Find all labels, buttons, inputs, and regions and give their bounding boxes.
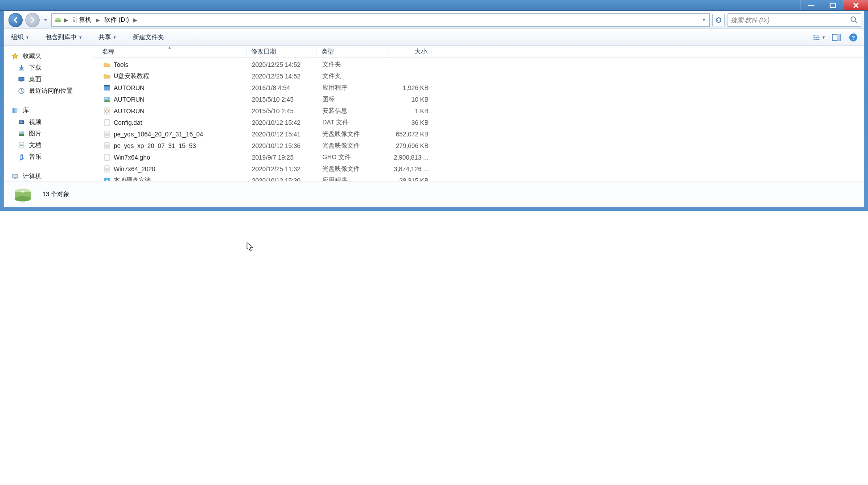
window-titlebar: — <box>0 0 868 11</box>
sidebar-item-downloads[interactable]: 下载 <box>4 62 93 74</box>
forward-arrow-icon <box>29 17 36 23</box>
svg-rect-14 <box>19 70 24 70</box>
status-bar: 13 个对象 <box>4 181 864 207</box>
file-row[interactable]: U盘安装教程2020/12/25 14:52文件夹 <box>94 70 863 82</box>
file-row[interactable]: pe_yqs_xp_20_07_31_15_532020/10/12 15:36… <box>94 140 863 152</box>
address-dropdown-button[interactable] <box>699 14 708 26</box>
column-label: 类型 <box>321 48 334 56</box>
refresh-icon <box>715 16 722 24</box>
file-row[interactable]: Win7x64_20202020/12/25 11:32光盘映像文件3,874,… <box>94 163 863 175</box>
drive-icon <box>53 16 62 25</box>
file-date: 2020/12/25 14:52 <box>247 61 318 68</box>
svg-rect-16 <box>21 81 22 82</box>
file-row[interactable]: Win7x64.gho2019/9/7 19:25GHO 文件2,900,813… <box>94 152 863 163</box>
column-header-size[interactable]: 大小 <box>387 46 432 58</box>
file-list-pane: ▲名称 修改日期 类型 大小 Tools2020/12/25 14:52文件夹U… <box>93 46 864 181</box>
sidebar-label: 桌面 <box>29 75 41 83</box>
file-rows: Tools2020/12/25 14:52文件夹U盘安装教程2020/12/25… <box>93 58 864 181</box>
crumb-separator-icon: ▶ <box>95 17 101 23</box>
file-row[interactable]: Config.dat2020/10/12 15:42DAT 文件36 KB <box>94 117 863 128</box>
column-header-name[interactable]: ▲名称 <box>93 46 247 58</box>
refresh-button[interactable] <box>712 14 725 26</box>
sort-ascending-icon: ▲ <box>168 46 172 49</box>
file-type-icon <box>103 84 111 92</box>
file-size: 652,072 KB <box>388 131 433 138</box>
file-name: pe_yqs_xp_20_07_31_15_53 <box>114 142 196 149</box>
computer-icon <box>11 173 19 181</box>
recent-icon <box>17 87 25 95</box>
sidebar-libraries-header[interactable]: 库 <box>4 105 93 116</box>
status-text: 13 个对象 <box>42 190 70 198</box>
search-box[interactable] <box>728 13 861 27</box>
close-icon <box>853 2 859 8</box>
file-date: 2020/12/25 11:32 <box>247 165 318 173</box>
svg-rect-5 <box>815 35 819 36</box>
sidebar-item-recent[interactable]: 最近访问的位置 <box>4 85 93 97</box>
file-type: 光盘映像文件 <box>318 142 388 150</box>
file-name: Win7x64_2020 <box>114 165 155 173</box>
file-name: U盘安装教程 <box>114 72 149 80</box>
close-button[interactable] <box>843 0 868 10</box>
file-type-icon <box>103 95 111 103</box>
forward-button[interactable] <box>25 13 40 27</box>
organize-button[interactable]: 组织 ▼ <box>8 32 32 43</box>
sidebar-item-music[interactable]: 音乐 <box>4 151 93 163</box>
column-header-type[interactable]: 类型 <box>317 46 387 58</box>
file-type-icon <box>103 142 111 150</box>
chevron-down-icon <box>44 18 47 22</box>
svg-rect-19 <box>14 108 16 113</box>
breadcrumb-drive-d[interactable]: 软件 (D:) <box>102 14 132 26</box>
include-in-library-button[interactable]: 包含到库中 ▼ <box>43 32 85 43</box>
file-type-icon <box>103 72 111 80</box>
svg-rect-37 <box>104 85 110 86</box>
help-button[interactable]: ? <box>847 31 860 44</box>
column-header-date[interactable]: 修改日期 <box>247 46 317 58</box>
svg-rect-8 <box>814 39 815 40</box>
file-type: 应用程序 <box>318 84 388 92</box>
sidebar-label: 下载 <box>29 64 41 72</box>
search-input[interactable] <box>731 16 850 24</box>
file-row[interactable]: AUTORUN2015/5/10 2:45安装信息1 KB <box>94 105 863 117</box>
file-type-icon <box>103 61 111 69</box>
address-bar[interactable]: ▶ 计算机 ▶ 软件 (D:) ▶ <box>51 13 710 27</box>
file-date: 2015/5/10 2:45 <box>247 107 318 115</box>
column-label: 修改日期 <box>251 48 276 56</box>
file-row[interactable]: pe_yqs_1064_20_07_31_16_042020/10/12 15:… <box>94 128 863 140</box>
history-dropdown-button[interactable] <box>42 16 49 25</box>
file-type: 文件夹 <box>318 61 388 69</box>
maximize-button[interactable] <box>822 0 843 10</box>
sidebar-favorites-header[interactable]: 收藏夹 <box>4 50 93 62</box>
sidebar-label: 库 <box>23 107 29 115</box>
back-button[interactable] <box>8 13 23 27</box>
crumb-separator-icon: ▶ <box>132 17 138 23</box>
share-button[interactable]: 共享 ▼ <box>96 32 119 43</box>
breadcrumb-computer[interactable]: 计算机 <box>70 14 94 26</box>
file-type: 光盘映像文件 <box>318 130 388 138</box>
file-size: 1 KB <box>388 107 433 115</box>
navigation-sidebar: 收藏夹 下载 桌面 最近访问的位置 库 视频 图片 文档 音乐 计算机 <box>4 46 93 181</box>
file-row[interactable]: 本地硬盘安装2020/10/12 15:30应用程序28,315 KB <box>94 175 863 181</box>
button-label: 共享 <box>99 33 111 41</box>
sidebar-computer-header[interactable]: 计算机 <box>4 171 93 181</box>
minimize-button[interactable]: — <box>800 0 822 10</box>
sidebar-label: 图片 <box>29 130 41 138</box>
sidebar-item-desktop[interactable]: 桌面 <box>4 74 93 85</box>
window-frame: ▶ 计算机 ▶ 软件 (D:) ▶ 组织 ▼ 包含到库中 ▼ 共享 ▼ 新建文件… <box>4 11 864 207</box>
sidebar-item-documents[interactable]: 文档 <box>4 140 93 151</box>
music-icon <box>17 153 25 161</box>
back-arrow-icon <box>12 17 19 23</box>
file-row[interactable]: Tools2020/12/25 14:52文件夹 <box>94 59 863 70</box>
file-type: 应用程序 <box>318 177 388 181</box>
new-folder-button[interactable]: 新建文件夹 <box>130 32 167 43</box>
sidebar-item-videos[interactable]: 视频 <box>4 116 93 128</box>
preview-pane-button[interactable] <box>830 31 843 44</box>
svg-point-64 <box>15 196 31 201</box>
view-tools: ▼ ? <box>813 31 860 44</box>
file-name: Tools <box>114 61 128 68</box>
chevron-down-icon: ▼ <box>78 35 82 40</box>
svg-point-39 <box>106 98 107 99</box>
file-row[interactable]: AUTORUN2016/1/8 4:54应用程序1,926 KB <box>94 82 863 94</box>
sidebar-item-pictures[interactable]: 图片 <box>4 128 93 140</box>
view-options-button[interactable]: ▼ <box>813 31 826 44</box>
file-row[interactable]: AUTORUN2015/5/10 2:45图标10 KB <box>94 94 863 105</box>
